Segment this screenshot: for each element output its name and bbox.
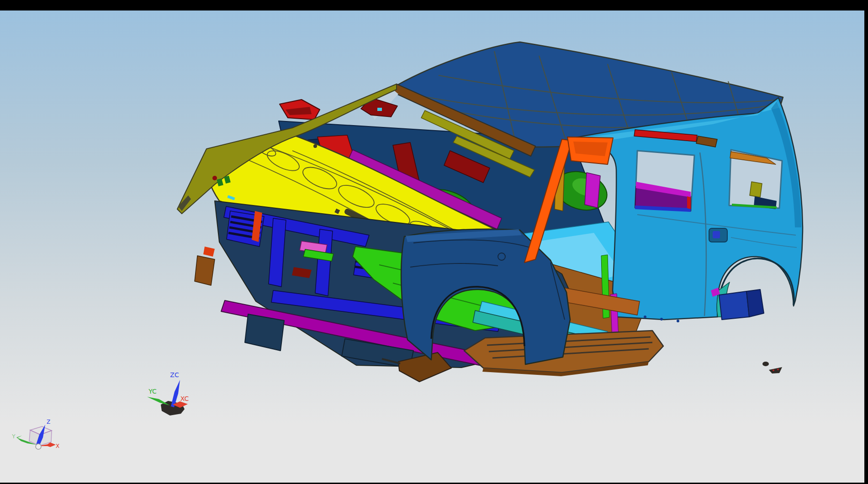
debris-dot-red [777,368,779,370]
wcs-z-label[interactable]: ZC [170,371,179,379]
view-origin-sphere[interactable] [36,444,41,449]
debris-dot-red [773,369,774,371]
fender-hole-dark-red [212,176,217,180]
wcs-y-label[interactable]: YC [148,388,157,395]
right-frame-bar [864,0,868,484]
quarter-window-bracket-olive[interactable] [750,182,762,197]
sill-hole [644,316,646,318]
sill-hole [660,318,663,321]
header-clip-cyan [377,108,382,111]
door-handle-latch [713,231,720,238]
cad-application-window: ZC YC XC Z Y X [0,0,868,484]
rear-arch-box-blue[interactable] [719,291,749,320]
cargo-trim-red-sliver [687,196,691,209]
view-z-label[interactable]: Z [47,419,50,425]
wcs-x-label[interactable]: XC [180,395,189,402]
bumper-end-brown[interactable] [195,256,215,285]
view-x-label[interactable]: X [56,443,59,449]
sill-hole [677,320,679,322]
rear-arch-box-blue-side [746,289,764,317]
quarter-trim-magenta[interactable] [585,173,600,208]
view-y-label[interactable]: Y [11,433,16,440]
cad-viewport[interactable]: ZC YC XC Z Y X [0,0,868,484]
debris-bolt[interactable] [762,362,769,366]
top-frame-bar [0,0,868,11]
